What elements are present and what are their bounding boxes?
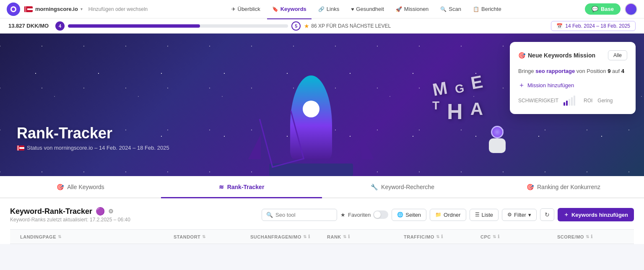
info-icon-traffic[interactable]: ℹ — [441, 234, 443, 239]
sort-icon-cpc[interactable]: ⇅ — [493, 234, 496, 239]
liste-label: Liste — [482, 212, 493, 218]
sort-icon-rank[interactable]: ⇅ — [343, 234, 347, 239]
col-score-label: SCORE/MO — [557, 234, 584, 239]
favoriten-label: Favoriten — [348, 212, 371, 218]
nav-icon-scan: 🔍 — [440, 6, 447, 12]
search-input[interactable] — [275, 212, 332, 218]
tab-alle-keywords[interactable]: 🎯 Alle Keywords — [0, 177, 161, 198]
app-logo[interactable] — [7, 3, 20, 16]
nav-icon-gesundheit: ♥ — [351, 6, 354, 12]
base-button[interactable]: 💬 Base — [585, 3, 621, 15]
roi-label: ROI — [584, 98, 592, 104]
col-header-cpc[interactable]: CPC ⇅ ℹ — [480, 234, 557, 239]
col-header-rank[interactable]: RANK ⇅ ℹ — [327, 234, 404, 239]
hero-title: Rank-Tracker — [17, 125, 169, 142]
nav-add-label[interactable]: Hinzufügen oder wechseln — [88, 6, 148, 12]
col-header-landingpage[interactable]: LANDINGPAGE ⇅ — [10, 234, 174, 239]
mission-add-link[interactable]: ＋ Mission hinzufügen — [518, 81, 627, 90]
nav-label-ueberblick: Überblick — [238, 6, 260, 12]
mission-card-body: Bringe seo rapportage von Position 9 auf… — [518, 67, 627, 76]
favoriten-group: ★ Favoriten — [340, 210, 388, 219]
nav-item-scan[interactable]: 🔍Scan — [435, 3, 466, 15]
xp-bar-inner — [68, 24, 200, 28]
brand-caret-icon[interactable]: ▾ — [80, 7, 83, 11]
mission-from-pos: 9 — [608, 68, 610, 74]
search-icon: 🔍 — [266, 212, 273, 218]
user-avatar[interactable] — [625, 3, 637, 16]
sort-icon-traffic[interactable]: ⇅ — [436, 234, 440, 239]
nav-icon-ueberblick: ✈ — [231, 6, 236, 12]
refresh-button[interactable]: ↻ — [540, 208, 554, 221]
sort-icon-landingpage[interactable]: ⇅ — [58, 234, 62, 239]
tab-rank-label: Rank-Tracker — [227, 184, 265, 190]
col-rank-label: RANK — [327, 234, 341, 239]
settings-icon[interactable]: ⚙ — [108, 208, 114, 215]
date-range-button[interactable]: 📅 14 Feb. 2024 – 18 Feb. 2025 — [551, 21, 636, 31]
nav-item-keywords[interactable]: 🔖Keywords — [267, 3, 312, 15]
info-icon-cpc[interactable]: ℹ — [498, 234, 500, 239]
ordner-label: Ordner — [444, 212, 460, 218]
favoriten-toggle[interactable] — [373, 210, 388, 219]
info-icon-score[interactable]: ℹ — [591, 234, 593, 239]
col-header-suchanfragen[interactable]: SUCHANFRAGEN/MO ⇅ ℹ — [250, 234, 327, 239]
col-header-score[interactable]: SCORE/MO ⇅ ℹ — [557, 234, 634, 239]
seiten-button[interactable]: 🌐 Seiten — [392, 209, 426, 221]
col-traffic-label: TRAFFIC/MO — [404, 234, 434, 239]
tab-rank-tracker[interactable]: ≋ Rank-Tracker — [161, 177, 322, 198]
col-header-traffic[interactable]: TRAFFIC/MO ⇅ ℹ — [404, 234, 480, 239]
nav-item-missionen[interactable]: 🚀Missionen — [391, 3, 434, 15]
add-keyword-label: Keywords hinzufügen — [571, 212, 628, 218]
nav-label-gesundheit: Gesundheit — [356, 6, 384, 12]
tab-recherche[interactable]: 🔧 Keyword-Recherche — [322, 177, 483, 198]
col-standort-label: STANDORT — [174, 234, 200, 239]
base-label: Base — [601, 6, 614, 12]
nav-item-ueberblick[interactable]: ✈Überblick — [226, 3, 265, 15]
mission-card: 🎯 Neue Keywords Mission Alle Bringe seo … — [510, 42, 636, 114]
refresh-icon: ↻ — [545, 211, 550, 218]
nav-icon-keywords: 🔖 — [272, 6, 278, 12]
sort-icon-suchanfragen[interactable]: ⇅ — [303, 234, 307, 239]
mission-all-button[interactable]: Alle — [608, 50, 627, 60]
search-box: 🔍 — [262, 209, 337, 221]
mission-title-text: Neue Keywords Mission — [528, 52, 595, 59]
nav-item-links[interactable]: 🔗Links — [313, 3, 344, 15]
col-suchanfragen-label: SUCHANFRAGEN/MO — [250, 234, 301, 239]
tab-konkurrenz[interactable]: 🎯 Ranking der Konkurrenz — [483, 177, 644, 198]
mission-card-title: 🎯 Neue Keywords Mission — [518, 52, 595, 59]
hero-subtitle-text: Status von morningscore.io – 14 Feb. 202… — [27, 145, 169, 151]
xp-info: ★ 86 XP FÜR DAS NÄCHSTE LEVEL — [304, 23, 391, 29]
ordner-button[interactable]: 📁 Ordner — [430, 209, 466, 221]
hero-flag-icon — [17, 145, 24, 151]
sort-icon-score[interactable]: ⇅ — [586, 234, 589, 239]
nav-icon-missionen: 🚀 — [396, 6, 402, 12]
add-keyword-button[interactable]: ＋ Keywords hinzufügen — [558, 208, 634, 221]
tab-alle-icon: 🎯 — [57, 184, 64, 190]
difficulty-bars — [564, 96, 575, 106]
filter-label: Filter — [514, 212, 526, 218]
tab-rank-icon: ≋ — [219, 184, 224, 190]
nav-item-gesundheit[interactable]: ♥Gesundheit — [346, 3, 389, 15]
xp-bar-outer — [68, 24, 288, 28]
roi-value: Gering — [597, 98, 613, 104]
info-icon-suchanfragen[interactable]: ℹ — [308, 234, 310, 239]
sort-icon-standort[interactable]: ⇅ — [202, 234, 206, 239]
nav-right: 💬 Base — [585, 3, 637, 16]
col-landingpage-label: LANDINGPAGE — [20, 234, 56, 239]
star-icon: ★ — [340, 212, 345, 218]
filter-caret-icon: ▾ — [528, 212, 531, 218]
hero-text-block: Rank-Tracker Status von morningscore.io … — [17, 125, 169, 151]
nav-item-berichte[interactable]: 📋Berichte — [468, 3, 506, 15]
hero-letters: MGE THA — [432, 75, 485, 124]
nav-label-missionen: Missionen — [404, 6, 429, 12]
liste-button[interactable]: ☰ Liste — [470, 209, 499, 221]
base-icon: 💬 — [592, 6, 598, 12]
hero-section: MGE THA Rank-Tracker Status von mornings… — [0, 34, 644, 176]
hero-subtitle: Status von morningscore.io – 14 Feb. 202… — [17, 145, 169, 151]
dkk-value: 13.827 DKK/MO — [8, 23, 49, 29]
mission-card-header: 🎯 Neue Keywords Mission Alle — [518, 50, 627, 60]
progress-bar: 13.827 DKK/MO 4 5 ★ 86 XP FÜR DAS NÄCHST… — [0, 18, 644, 34]
col-header-standort[interactable]: STANDORT ⇅ — [174, 234, 250, 239]
xp-label: 86 XP FÜR DAS NÄCHSTE LEVEL — [311, 23, 391, 29]
info-icon-rank[interactable]: ℹ — [348, 234, 350, 239]
filter-button[interactable]: ⚙ Filter ▾ — [502, 209, 537, 221]
